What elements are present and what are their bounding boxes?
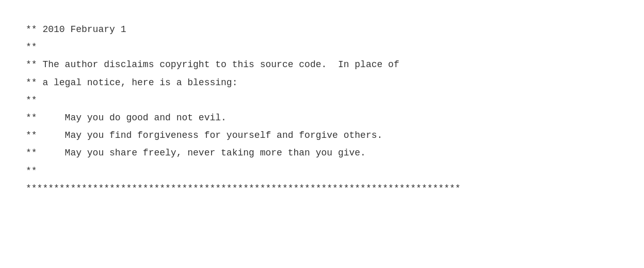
code-comment-block: ** 2010 February 1 ** ** The author disc… <box>0 0 487 218</box>
